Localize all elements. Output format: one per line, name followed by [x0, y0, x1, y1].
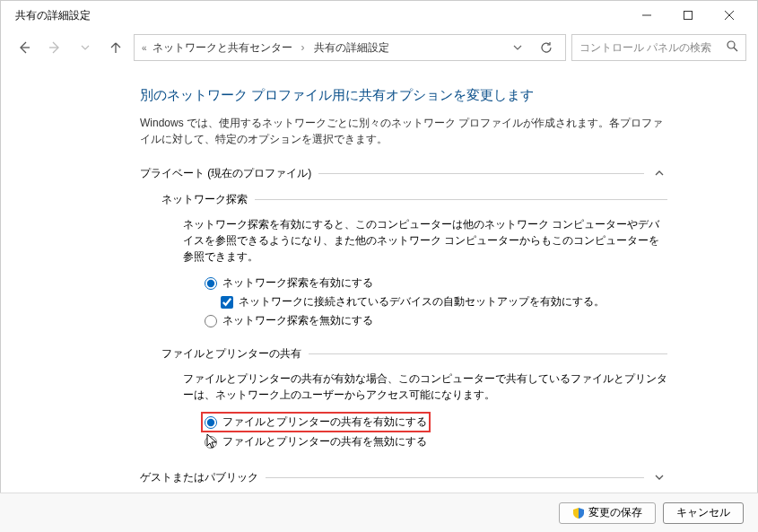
content-area: 別のネットワーク プロファイル用に共有オプションを変更します Windows で… [1, 65, 757, 527]
file-printer-sharing-title: ファイルとプリンターの共有 [161, 346, 301, 362]
close-button[interactable] [709, 1, 750, 30]
network-discovery-header: ネットワーク探索 [161, 192, 667, 207]
up-button[interactable] [103, 35, 128, 60]
search-box[interactable] [571, 34, 746, 61]
radio-input[interactable] [205, 315, 217, 327]
profile-private-label: プライベート (現在のプロファイル) [140, 166, 311, 181]
file-sharing-off-radio[interactable]: ファイルとプリンターの共有を無効にする [205, 432, 667, 451]
breadcrumb-separator-icon: › [298, 41, 309, 54]
radio-label: ファイルとプリンターの共有を無効にする [222, 434, 427, 449]
profile-guest-header[interactable]: ゲストまたはパブリック [140, 467, 667, 487]
titlebar: 共有の詳細設定 [1, 1, 757, 30]
window-title: 共有の詳細設定 [8, 8, 91, 23]
checkbox-label: ネットワークに接続されているデバイスの自動セットアップを有効にする。 [239, 294, 605, 310]
maximize-button[interactable] [667, 1, 709, 30]
page-description: Windows では、使用するネットワークごとに別々のネットワーク プロファイル… [140, 115, 667, 147]
network-discovery-on-radio[interactable]: ネットワーク探索を有効にする [205, 274, 667, 292]
profile-guest-label: ゲストまたはパブリック [140, 470, 258, 485]
svg-rect-1 [684, 12, 693, 20]
divider [309, 353, 667, 354]
profile-private-header[interactable]: プライベート (現在のプロファイル) [140, 163, 667, 183]
shield-icon [572, 507, 585, 519]
highlighted-option: ファイルとプリンターの共有を有効にする [201, 412, 431, 432]
network-discovery-auto-checkbox[interactable]: ネットワークに接続されているデバイスの自動セットアップを有効にする。 [221, 292, 667, 311]
radio-label: ネットワーク探索を無効にする [222, 313, 373, 328]
divider [255, 199, 667, 200]
navbar: « ネットワークと共有センター › 共有の詳細設定 [1, 30, 757, 65]
minimize-button[interactable] [626, 1, 667, 30]
back-button[interactable] [12, 35, 37, 60]
radio-input[interactable] [205, 277, 217, 290]
chevron-left-icon: « [142, 43, 147, 53]
cancel-button[interactable]: キャンセル [663, 502, 744, 524]
search-input[interactable] [579, 41, 727, 54]
save-button-label: 変更の保存 [588, 505, 642, 520]
radio-input[interactable] [205, 416, 217, 429]
file-printer-sharing-section: ファイルとプリンターの共有 ファイルとプリンターの共有が有効な場合、このコンピュ… [161, 346, 667, 451]
chevron-down-icon[interactable] [651, 469, 667, 485]
file-printer-sharing-header: ファイルとプリンターの共有 [161, 346, 667, 362]
divider [266, 477, 644, 478]
breadcrumb-current[interactable]: 共有の詳細設定 [314, 40, 389, 56]
cancel-button-label: キャンセル [676, 505, 730, 520]
address-bar[interactable]: « ネットワークと共有センター › 共有の詳細設定 [134, 34, 566, 61]
forward-button[interactable] [42, 35, 67, 60]
radio-input[interactable] [205, 436, 217, 449]
search-icon[interactable] [727, 40, 738, 55]
network-discovery-off-radio[interactable]: ネットワーク探索を無効にする [205, 311, 667, 330]
network-discovery-title: ネットワーク探索 [161, 192, 248, 207]
chevron-up-icon[interactable] [651, 165, 667, 181]
checkbox-input[interactable] [221, 296, 233, 309]
svg-line-7 [734, 48, 737, 51]
radio-label: ファイルとプリンターの共有を有効にする [222, 414, 427, 430]
address-dropdown-icon[interactable] [506, 36, 529, 59]
page-title: 別のネットワーク プロファイル用に共有オプションを変更します [140, 87, 667, 104]
refresh-button[interactable] [535, 36, 558, 59]
file-printer-sharing-description: ファイルとプリンターの共有が有効な場合、このコンピューターで共有しているファイル… [183, 371, 667, 403]
radio-label: ネットワーク探索を有効にする [222, 275, 373, 291]
recent-dropdown-icon[interactable] [73, 35, 98, 60]
file-sharing-on-radio[interactable]: ファイルとプリンターの共有を有効にする [205, 414, 427, 430]
save-button[interactable]: 変更の保存 [559, 502, 656, 524]
network-discovery-section: ネットワーク探索 ネットワーク探索を有効にすると、このコンピューターは他のネット… [161, 192, 667, 330]
divider [318, 173, 644, 174]
svg-point-6 [728, 41, 735, 48]
footer: 変更の保存 キャンセル [0, 493, 758, 532]
network-discovery-description: ネットワーク探索を有効にすると、このコンピューターは他のネットワーク コンピュー… [183, 216, 667, 265]
breadcrumb-parent[interactable]: ネットワークと共有センター [152, 40, 292, 56]
